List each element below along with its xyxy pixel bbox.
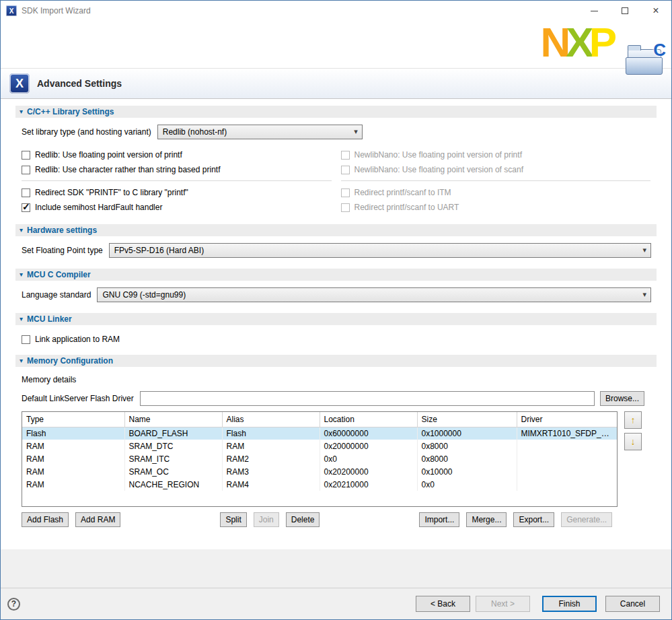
import-button[interactable]: Import...	[419, 512, 459, 527]
logo-band: NXP C	[1, 21, 671, 68]
cell-alias: Flash	[222, 427, 320, 440]
checkbox-label: NewlibNano: Use floating point version o…	[354, 165, 523, 174]
cell-type: RAM	[22, 465, 124, 478]
move-up-button[interactable]: ↑	[624, 411, 642, 429]
cell-alias: RAM2	[222, 452, 320, 465]
cell-type: Flash	[22, 427, 124, 440]
flash-driver-input[interactable]	[140, 391, 595, 406]
back-button[interactable]: < Back	[416, 596, 470, 612]
section-header-compiler[interactable]: ▾ MCU C Compiler	[15, 269, 657, 281]
section-header-memory[interactable]: ▾ Memory Configuration	[15, 355, 657, 367]
cell-driver	[517, 478, 617, 491]
floating-point-dropdown[interactable]: FPv5-SP-D16 (Hard ABI) ▾	[109, 243, 651, 258]
nxp-logo: NXP	[541, 22, 613, 63]
section-header-hardware[interactable]: ▾ Hardware settings	[15, 224, 657, 236]
merge-button[interactable]: Merge...	[466, 512, 507, 527]
chevron-down-icon: ▾	[642, 246, 646, 254]
delete-button[interactable]: Delete	[286, 512, 320, 527]
cell-type: RAM	[22, 478, 124, 491]
window-title: SDK Import Wizard	[22, 6, 91, 15]
link-to-ram-checkbox[interactable]: ✓	[22, 335, 30, 344]
section-header-linker[interactable]: ▾ MCU Linker	[15, 313, 657, 325]
check-icon: ✓	[22, 201, 30, 212]
browse-button[interactable]: Browse...	[600, 391, 644, 406]
memory-table: Type Name Alias Location Size Driver Fla…	[22, 411, 618, 507]
add-flash-button[interactable]: Add Flash	[22, 512, 69, 527]
redirect-uart-checkbox: ✓	[341, 203, 350, 212]
table-row[interactable]: Flash BOARD_FLASH Flash 0x60000000 0x100…	[22, 427, 617, 440]
cell-alias: RAM	[222, 440, 320, 452]
maximize-icon	[622, 7, 628, 14]
checkbox-label: NewlibNano: Use floating point version o…	[354, 150, 522, 160]
mcuxpresso-icon: X	[9, 73, 30, 94]
sdk-folder-icon: C	[626, 44, 665, 77]
add-ram-button[interactable]: Add RAM	[75, 512, 120, 527]
cell-name: NCACHE_REGION	[124, 478, 222, 491]
section-title: MCU C Compiler	[27, 270, 91, 279]
checkbox-row: ✓ Redlib: Use character rather than stri…	[22, 162, 332, 177]
library-type-dropdown[interactable]: Redlib (nohost-nf) ▾	[157, 125, 363, 139]
cell-type: RAM	[22, 440, 124, 452]
cell-location: 0x20000000	[320, 440, 417, 452]
app-icon: X	[6, 5, 17, 16]
page-title: Advanced Settings	[37, 78, 122, 89]
cell-location: 0x0	[320, 452, 417, 465]
table-row[interactable]: RAM SRAM_DTC RAM 0x20000000 0x8000	[22, 440, 617, 452]
split-button[interactable]: Split	[220, 512, 246, 527]
checkbox-label: Redlib: Use floating point version of pr…	[35, 150, 182, 160]
column-header-alias[interactable]: Alias	[222, 412, 320, 427]
newlibnano-float-scanf-checkbox: ✓	[341, 166, 350, 174]
join-button: Join	[254, 512, 279, 527]
finish-button[interactable]: Finish	[542, 596, 597, 612]
column-header-size[interactable]: Size	[417, 412, 517, 427]
column-header-name[interactable]: Name	[124, 412, 222, 427]
language-standard-dropdown[interactable]: GNU C99 (-std=gnu99) ▾	[97, 287, 651, 302]
help-icon: ?	[11, 599, 16, 609]
collapse-arrow-icon: ▾	[20, 271, 23, 278]
column-header-location[interactable]: Location	[320, 412, 417, 427]
section-title: Hardware settings	[27, 226, 97, 235]
checkbox-label: Redirect printf/scanf to ITM	[354, 188, 451, 197]
checkbox-row: ✓ NewlibNano: Use floating point version…	[341, 162, 651, 177]
maximize-button[interactable]	[609, 1, 640, 21]
floating-point-value: FPv5-SP-D16 (Hard ABI)	[114, 246, 204, 255]
minimize-button[interactable]	[578, 1, 609, 21]
cell-name: SRAM_DTC	[124, 440, 222, 452]
column-header-driver[interactable]: Driver	[517, 412, 617, 427]
nxp-letter-n: N	[541, 19, 566, 65]
table-row[interactable]: RAM SRAM_ITC RAM2 0x0 0x8000	[22, 452, 617, 465]
language-standard-label: Language standard	[22, 290, 91, 300]
wizard-header: X Advanced Settings	[1, 68, 671, 99]
arrow-down-icon: ↓	[631, 437, 636, 446]
export-button[interactable]: Export...	[513, 512, 554, 527]
checkbox-row: ✓ Link application to RAM	[22, 332, 657, 347]
cell-driver	[517, 440, 617, 452]
memory-details-label: Memory details	[22, 375, 657, 384]
checkbox-label: Include semihost HardFault handler	[35, 203, 162, 212]
help-button[interactable]: ?	[7, 598, 20, 611]
cell-driver	[517, 452, 617, 465]
close-button[interactable]: ×	[640, 1, 671, 21]
section-header-library[interactable]: ▾ C/C++ Library Settings	[15, 106, 657, 118]
cancel-button[interactable]: Cancel	[605, 596, 660, 612]
table-row[interactable]: RAM NCACHE_REGION RAM4 0x20210000 0x0	[22, 478, 617, 491]
redirect-printf-checkbox[interactable]: ✓	[22, 188, 30, 197]
semihost-hardfault-checkbox[interactable]: ✓	[22, 203, 30, 212]
flash-driver-label: Default LinkServer Flash Driver	[22, 394, 134, 403]
arrow-up-icon: ↑	[631, 415, 636, 425]
divider	[341, 180, 651, 181]
library-type-label: Set library type (and hosting variant)	[22, 127, 151, 137]
column-header-type[interactable]: Type	[22, 412, 124, 427]
table-row[interactable]: RAM SRAM_OC RAM3 0x20200000 0x10000	[22, 465, 617, 478]
checkbox-row: ✓ Redirect printf/scanf to ITM	[341, 185, 651, 200]
cell-name: BOARD_FLASH	[124, 427, 222, 440]
nxp-letter-p: P	[589, 19, 612, 65]
checkbox-label: Redirect SDK "PRINTF" to C library "prin…	[35, 188, 188, 197]
redlib-float-printf-checkbox[interactable]: ✓	[22, 151, 30, 160]
move-down-button[interactable]: ↓	[624, 433, 642, 450]
cell-location: 0x20200000	[320, 465, 417, 478]
cell-name: SRAM_OC	[124, 465, 222, 478]
cell-size: 0x8000	[417, 440, 517, 452]
table-header-row: Type Name Alias Location Size Driver	[22, 412, 617, 427]
redlib-char-printf-checkbox[interactable]: ✓	[22, 166, 30, 174]
